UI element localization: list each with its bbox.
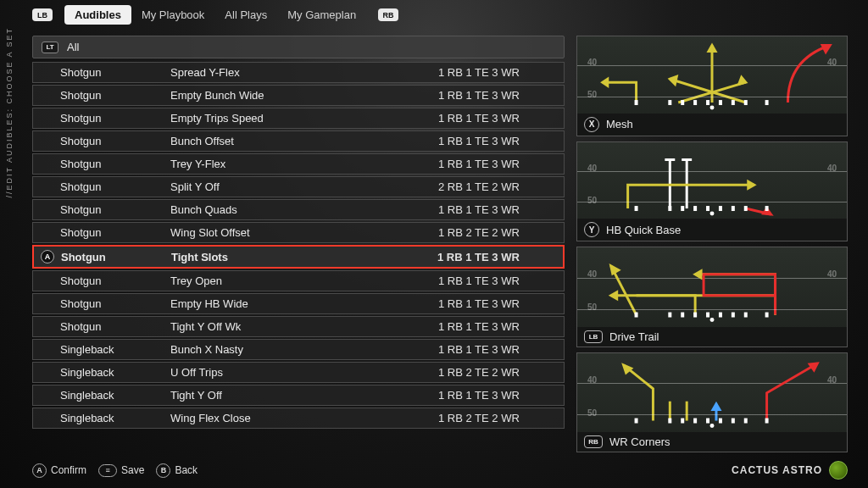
row-formation: Shotgun bbox=[60, 203, 170, 216]
row-set: Tight Y Off Wk bbox=[170, 320, 438, 333]
row-formation: Singleback bbox=[60, 412, 170, 424]
row-personnel: 1 RB 1 TE 3 WR bbox=[438, 66, 557, 79]
row-personnel: 1 RB 1 TE 3 WR bbox=[438, 320, 557, 333]
svg-rect-32 bbox=[681, 418, 684, 423]
row-formation: Shotgun bbox=[60, 180, 170, 193]
row-personnel: 1 RB 2 TE 2 WR bbox=[438, 226, 557, 239]
svg-rect-11 bbox=[668, 206, 671, 211]
row-set: Tight Y Off bbox=[170, 389, 438, 402]
tab-audibles[interactable]: Audibles bbox=[64, 5, 131, 25]
selected-row-button-icon: A bbox=[41, 250, 54, 263]
formation-row[interactable]: ShotgunSpread Y-Flex1 RB 1 TE 3 WR bbox=[32, 62, 565, 83]
row-set: Bunch Quads bbox=[170, 203, 438, 216]
formation-row[interactable]: SinglebackWing Flex Close1 RB 2 TE 2 WR bbox=[32, 408, 565, 429]
play-name: HB Quick Base bbox=[606, 224, 681, 236]
b-button-icon: B bbox=[156, 463, 170, 478]
svg-rect-7 bbox=[744, 100, 748, 105]
tab-all-plays[interactable]: All Plays bbox=[214, 5, 277, 25]
row-personnel: 1 RB 1 TE 3 WR bbox=[438, 135, 557, 147]
bumper-left-icon[interactable]: LB bbox=[32, 8, 53, 21]
play-name: Mesh bbox=[606, 118, 633, 130]
formation-row[interactable]: AShotgunTight Slots1 RB 1 TE 3 WR bbox=[32, 245, 565, 269]
formation-row[interactable]: ShotgunEmpty HB Wide1 RB 1 TE 3 WR bbox=[32, 293, 565, 314]
formation-row[interactable]: ShotgunEmpty Trips Speed1 RB 1 TE 3 WR bbox=[32, 108, 565, 129]
row-personnel: 1 RB 2 TE 2 WR bbox=[438, 412, 557, 424]
svg-rect-27 bbox=[744, 313, 748, 318]
play-label: LBDrive Trail bbox=[577, 327, 847, 347]
svg-point-39 bbox=[710, 424, 715, 428]
play-card-hb-quick-base[interactable]: 504040YHB Quick Base bbox=[576, 141, 848, 242]
svg-rect-1 bbox=[668, 100, 671, 105]
row-formation: Shotgun bbox=[60, 135, 170, 147]
play-card-mesh[interactable]: 504040XMesh bbox=[576, 36, 848, 136]
svg-rect-38 bbox=[765, 418, 769, 423]
svg-rect-13 bbox=[693, 206, 697, 211]
y-button-icon: Y bbox=[584, 222, 599, 237]
play-name: WR Corners bbox=[609, 435, 670, 448]
play-label: YHB Quick Base bbox=[577, 219, 847, 241]
row-set: Wing Slot Offset bbox=[170, 226, 438, 239]
row-set: Empty Bunch Wide bbox=[170, 89, 438, 102]
formation-rows: ShotgunSpread Y-Flex1 RB 1 TE 3 WRShotgu… bbox=[32, 62, 565, 452]
row-formation: Shotgun bbox=[60, 112, 170, 125]
formation-row[interactable]: ShotgunSplit Y Off2 RB 1 TE 2 WR bbox=[32, 176, 565, 197]
svg-rect-14 bbox=[706, 206, 709, 211]
row-set: Trey Y-Flex bbox=[170, 158, 438, 170]
row-formation: Shotgun bbox=[60, 274, 170, 287]
formation-row[interactable]: ShotgunTrey Y-Flex1 RB 1 TE 3 WR bbox=[32, 153, 565, 175]
row-personnel: 1 RB 1 TE 3 WR bbox=[438, 389, 557, 402]
play-label: XMesh bbox=[577, 114, 847, 136]
row-formation: Singleback bbox=[60, 343, 170, 356]
row-personnel: 1 RB 1 TE 3 WR bbox=[438, 297, 557, 310]
rb-button-icon: RB bbox=[584, 435, 603, 448]
play-name: Drive Trail bbox=[609, 330, 659, 343]
svg-rect-26 bbox=[732, 313, 735, 318]
tab-my-playbook[interactable]: My Playbook bbox=[131, 5, 214, 25]
row-formation: Singleback bbox=[60, 389, 170, 402]
svg-rect-4 bbox=[706, 100, 709, 105]
row-formation: Shotgun bbox=[60, 297, 170, 310]
filter-label: All bbox=[67, 41, 79, 53]
formation-row[interactable]: SinglebackTight Y Off1 RB 1 TE 3 WR bbox=[32, 385, 565, 406]
formation-row[interactable]: ShotgunWing Slot Offset1 RB 2 TE 2 WR bbox=[32, 222, 565, 243]
row-personnel: 1 RB 1 TE 3 WR bbox=[438, 203, 557, 216]
svg-rect-25 bbox=[719, 313, 722, 318]
lb-button-icon: LB bbox=[584, 330, 603, 343]
filter-row[interactable]: LT All bbox=[32, 36, 565, 58]
svg-rect-6 bbox=[732, 100, 735, 105]
svg-rect-15 bbox=[719, 206, 722, 211]
formation-list-panel: LT All ShotgunSpread Y-Flex1 RB 1 TE 3 W… bbox=[32, 36, 565, 452]
row-set: Wing Flex Close bbox=[170, 412, 438, 424]
row-set: Split Y Off bbox=[170, 180, 438, 193]
row-formation: Shotgun bbox=[60, 66, 170, 79]
formation-row[interactable]: ShotgunTrey Open1 RB 1 TE 3 WR bbox=[32, 270, 565, 291]
play-diagram: 504040 bbox=[577, 353, 847, 433]
row-set: Trey Open bbox=[170, 274, 438, 287]
formation-row[interactable]: ShotgunBunch Offset1 RB 1 TE 3 WR bbox=[32, 130, 565, 152]
save-hint: ≡ Save bbox=[98, 464, 144, 477]
a-button-icon: A bbox=[32, 463, 47, 478]
row-formation: Shotgun bbox=[61, 251, 171, 263]
bumper-right-icon[interactable]: RB bbox=[378, 8, 398, 21]
formation-row[interactable]: ShotgunBunch Quads1 RB 1 TE 3 WR bbox=[32, 199, 565, 220]
svg-rect-0 bbox=[635, 100, 638, 105]
row-formation: Shotgun bbox=[60, 158, 170, 170]
formation-row[interactable]: ShotgunTight Y Off Wk1 RB 1 TE 3 WR bbox=[32, 316, 565, 337]
row-formation: Singleback bbox=[60, 366, 170, 379]
play-card-wr-corners[interactable]: 504040RBWR Corners bbox=[576, 352, 848, 453]
tab-my-gameplan[interactable]: My Gameplan bbox=[277, 5, 366, 25]
formation-row[interactable]: SinglebackBunch X Nasty1 RB 1 TE 3 WR bbox=[32, 339, 565, 360]
svg-rect-30 bbox=[635, 418, 638, 423]
play-diagram: 504040 bbox=[577, 142, 847, 219]
row-personnel: 1 RB 1 TE 3 WR bbox=[438, 158, 557, 170]
row-set: Empty Trips Speed bbox=[170, 112, 438, 125]
play-previews: 504040XMesh 504040YHB Quick Base 504040L… bbox=[576, 36, 848, 452]
svg-point-9 bbox=[710, 106, 715, 110]
back-hint: B Back bbox=[156, 463, 198, 478]
menu-button-icon: ≡ bbox=[98, 464, 117, 477]
formation-row[interactable]: ShotgunEmpty Bunch Wide1 RB 1 TE 3 WR bbox=[32, 85, 565, 106]
row-set: Spread Y-Flex bbox=[170, 66, 438, 79]
play-card-drive-trail[interactable]: 504040LBDrive Trail bbox=[576, 247, 848, 347]
row-personnel: 2 RB 1 TE 2 WR bbox=[438, 180, 557, 193]
formation-row[interactable]: SinglebackU Off Trips1 RB 2 TE 2 WR bbox=[32, 362, 565, 383]
